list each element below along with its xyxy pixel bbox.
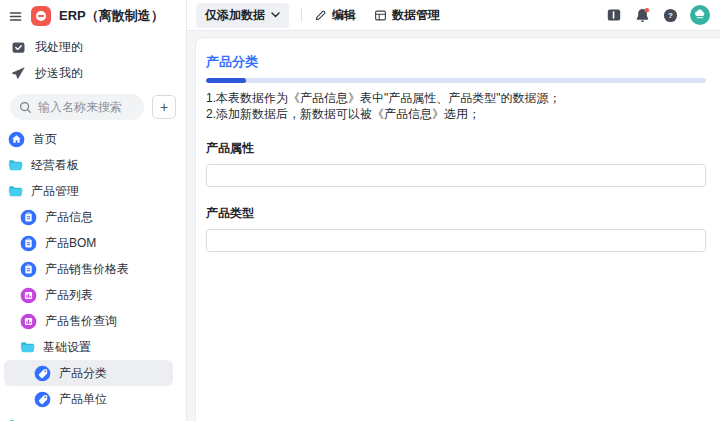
sidebar-item-label: 经营看板 (31, 157, 79, 174)
workspace-title: ERP（离散制造） (59, 7, 164, 25)
sidebar-item-label: 产品BOM (45, 235, 96, 252)
table-grid-icon (374, 9, 387, 22)
sidebar-item-clipped-item[interactable] (4, 412, 173, 421)
sidebar-item-basic-settings[interactable]: 基础设置 (4, 334, 173, 360)
tag-icon (34, 391, 51, 408)
sidebar-item-label: 产品列表 (45, 287, 93, 304)
hamburger-menu-icon[interactable] (8, 9, 23, 24)
app-window: ERP（离散制造） 我处理的抄送我的 + 首页经营看板产品管理产品信息产品BOM… (0, 0, 720, 421)
sidebar-header: ERP（离散制造） (0, 0, 186, 30)
sidebar-item-my-tasks[interactable]: 我处理的 (0, 34, 186, 60)
sidebar-item-product-unit[interactable]: 产品单位 (4, 386, 173, 412)
search-icon (19, 101, 32, 114)
sidebar-quick-list: 我处理的抄送我的 (0, 30, 186, 86)
data-manage-label: 数据管理 (392, 7, 440, 24)
sidebar-item-label: 抄送我的 (35, 65, 83, 82)
sidebar: ERP（离散制造） 我处理的抄送我的 + 首页经营看板产品管理产品信息产品BOM… (0, 0, 187, 421)
form-title: 产品分类 (206, 53, 706, 71)
folder-icon (8, 418, 23, 421)
description-line-2: 2.添加新数据后，新数据可以被《产品信息》选用； (206, 107, 706, 123)
topbar-right-icons: ? (606, 5, 710, 25)
sidebar-item-product-info[interactable]: 产品信息 (4, 204, 173, 230)
chart-icon (20, 287, 37, 304)
pencil-icon (314, 9, 327, 22)
data-manage-button[interactable]: 数据管理 (374, 7, 440, 24)
product-attribute-input[interactable] (206, 164, 706, 187)
home-icon (8, 131, 25, 148)
clipboard-icon (20, 209, 37, 226)
sidebar-item-home[interactable]: 首页 (4, 126, 173, 152)
sidebar-item-label: 产品单位 (59, 391, 107, 408)
clipboard-icon (20, 235, 37, 252)
description-line-1: 1.本表数据作为《产品信息》表中"产品属性、产品类型"的数据源； (206, 91, 706, 107)
bell-icon[interactable] (634, 7, 651, 24)
search-input[interactable] (38, 100, 135, 114)
panel-toggle-icon[interactable] (606, 7, 622, 23)
sidebar-item-label: 产品分类 (59, 365, 107, 382)
tag-icon (34, 365, 51, 382)
search-box[interactable] (10, 94, 144, 120)
svg-text:?: ? (668, 11, 673, 20)
sidebar-item-business-dashboard[interactable]: 经营看板 (4, 152, 173, 178)
sidebar-item-product-sales-price-table[interactable]: 产品销售价格表 (4, 256, 173, 282)
sidebar-item-label: 首页 (33, 131, 57, 148)
topbar: 仅添加数据 编辑 数据管理 (187, 0, 720, 31)
add-button[interactable]: + (152, 95, 176, 119)
avatar[interactable] (690, 5, 710, 25)
chart-icon (20, 313, 37, 330)
sidebar-item-label: 产品信息 (45, 209, 93, 226)
sidebar-item-product-management[interactable]: 产品管理 (4, 178, 173, 204)
content-column: 仅添加数据 编辑 数据管理 (187, 0, 720, 421)
sidebar-item-product-bom[interactable]: 产品BOM (4, 230, 173, 256)
help-icon[interactable]: ? (663, 8, 678, 23)
main-area: 产品分类 1.本表数据作为《产品信息》表中"产品属性、产品类型"的数据源； 2.… (187, 31, 720, 421)
task-check-icon (11, 40, 26, 55)
topbar-divider (301, 8, 302, 22)
product-attribute-label: 产品属性 (206, 140, 706, 157)
product-type-input[interactable] (206, 229, 706, 252)
clipboard-icon (20, 261, 37, 278)
sidebar-item-label: 产品销售价格表 (45, 261, 129, 278)
app-logo-icon (31, 6, 51, 26)
sidebar-item-label: 基础设置 (43, 339, 91, 356)
form-description: 1.本表数据作为《产品信息》表中"产品属性、产品类型"的数据源； 2.添加新数据… (206, 91, 706, 122)
edit-button-label: 编辑 (332, 7, 356, 24)
sidebar-item-label: 产品售价查询 (45, 313, 117, 330)
mode-dropdown-label: 仅添加数据 (205, 7, 265, 24)
mode-dropdown-button[interactable]: 仅添加数据 (196, 3, 289, 28)
sidebar-item-label: 我处理的 (35, 39, 83, 56)
form-card: 产品分类 1.本表数据作为《产品信息》表中"产品属性、产品类型"的数据源； 2.… (195, 37, 720, 421)
edit-button[interactable]: 编辑 (314, 7, 356, 24)
product-type-label: 产品类型 (206, 205, 706, 222)
sidebar-search-row: + (0, 86, 186, 122)
sidebar-item-product-price-query[interactable]: 产品售价查询 (4, 308, 173, 334)
folder-icon (8, 184, 23, 199)
progress-fill (206, 78, 246, 83)
sidebar-item-product-category[interactable]: 产品分类 (4, 360, 173, 386)
folder-icon (20, 340, 35, 355)
sidebar-item-label: 产品管理 (31, 183, 79, 200)
sidebar-nav: 首页经营看板产品管理产品信息产品BOM产品销售价格表产品列表产品售价查询基础设置… (0, 122, 186, 421)
sidebar-item-product-list[interactable]: 产品列表 (4, 282, 173, 308)
sidebar-item-cc-to-me[interactable]: 抄送我的 (0, 60, 186, 86)
chevron-down-icon (271, 12, 280, 18)
form-progress-track (206, 78, 706, 83)
send-icon (11, 66, 26, 81)
folder-icon (8, 158, 23, 173)
